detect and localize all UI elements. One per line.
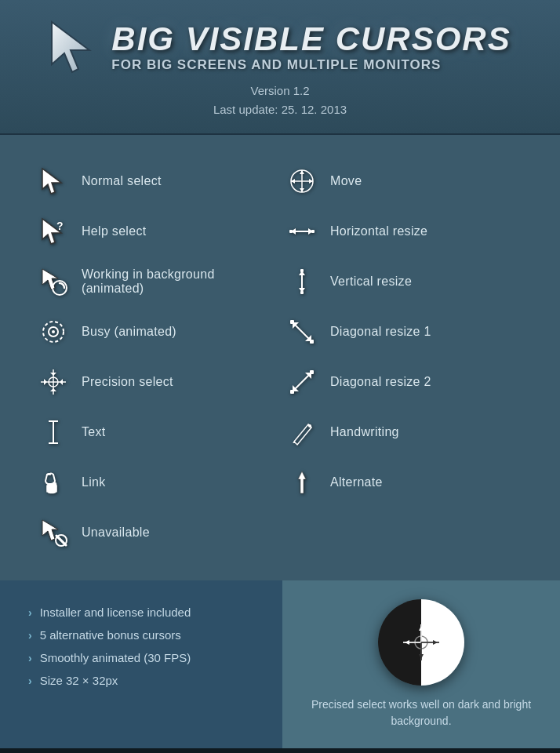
- d-resize-2-icon: [285, 365, 319, 399]
- svg-marker-35: [60, 379, 63, 385]
- features-panel: › Installer and license included › 5 alt…: [0, 580, 282, 748]
- svg-rect-14: [289, 230, 293, 233]
- cursor-grid-empty: [280, 508, 529, 557]
- feature-label-1: 5 alternative bonus cursors: [40, 628, 181, 642]
- busy-icon: [36, 315, 71, 349]
- feature-item-3: › Size 32 × 32px: [28, 674, 259, 687]
- svg-marker-1: [42, 169, 61, 194]
- feature-label-2: Smoothly animated (30 FPS): [40, 651, 191, 664]
- normal-select-icon: [36, 164, 71, 198]
- cursor-item-v-resize: Vertical resize: [280, 257, 529, 306]
- svg-point-25: [52, 330, 55, 333]
- d-resize-1-icon: [285, 315, 319, 349]
- link-label: Link: [82, 475, 106, 489]
- working-bg-icon: [36, 264, 71, 299]
- feature-label-3: Size 32 × 32px: [40, 674, 118, 687]
- link-icon: [36, 465, 71, 500]
- alternate-icon: [285, 465, 319, 500]
- precision-demo-panel: Precised select works well on dark and b…: [282, 580, 560, 748]
- cursor-grid: Normal select Move: [31, 157, 529, 557]
- bottom-section: › Installer and license included › 5 alt…: [0, 580, 560, 748]
- h-resize-icon: [285, 214, 319, 249]
- svg-text:?: ?: [56, 220, 64, 232]
- svg-rect-29: [290, 320, 294, 324]
- svg-rect-42: [290, 390, 294, 394]
- feature-item-2: › Smoothly animated (30 FPS): [28, 651, 259, 664]
- cursor-item-link: Link: [31, 458, 280, 507]
- footer: JB © Copyright Jaroslav Bereza www.berez…: [0, 748, 560, 753]
- handwriting-icon: [285, 415, 319, 449]
- svg-marker-0: [52, 22, 89, 72]
- svg-rect-22: [300, 291, 304, 294]
- version-info: Version 1.2 Last update: 25. 12. 2013: [16, 82, 544, 119]
- cursor-item-precision-select: Precision select: [31, 358, 280, 406]
- cursor-item-d-resize-2: Diagonal resize 2: [280, 358, 529, 406]
- header-cursor-icon: [49, 19, 99, 75]
- svg-marker-16: [42, 269, 58, 289]
- cursor-item-h-resize: Horizontal resize: [280, 207, 529, 256]
- unavailable-label: Unavailable: [82, 526, 150, 540]
- cursor-item-unavailable: Unavailable: [31, 508, 280, 557]
- d-resize-2-label: Diagonal resize 2: [330, 375, 431, 389]
- svg-marker-36: [50, 373, 56, 376]
- cursor-item-text: Text: [31, 408, 280, 457]
- chevron-icon-0: ›: [28, 606, 32, 619]
- svg-marker-56: [419, 654, 424, 659]
- svg-marker-48: [42, 520, 58, 540]
- main-content: Normal select Move: [0, 135, 560, 580]
- unavailable-icon: [36, 515, 71, 550]
- cursor-item-busy: Busy (animated): [31, 307, 280, 356]
- help-select-label: Help select: [82, 224, 146, 238]
- h-resize-label: Horizontal resize: [330, 224, 427, 238]
- working-bg-label: Working in background (animated): [82, 267, 275, 296]
- svg-marker-57: [405, 640, 409, 645]
- header: BIG VISIBLE CURSORS FOR BIG SCREENS AND …: [0, 0, 560, 135]
- chevron-icon-3: ›: [28, 675, 32, 687]
- svg-marker-55: [419, 626, 424, 631]
- svg-marker-34: [44, 379, 47, 385]
- cursor-item-move: Move: [280, 157, 529, 206]
- handwriting-label: Handwriting: [330, 425, 399, 439]
- cursor-item-d-resize-1: Diagonal resize 1: [280, 307, 529, 356]
- page-title: BIG VISIBLE CURSORS: [111, 21, 511, 57]
- text-cursor-icon: [36, 415, 71, 449]
- precision-cursor-demo: [378, 599, 464, 686]
- svg-marker-58: [433, 640, 438, 645]
- svg-rect-30: [310, 340, 314, 344]
- cursor-item-normal-select: Normal select: [31, 157, 280, 206]
- d-resize-1-label: Diagonal resize 1: [330, 325, 431, 339]
- v-resize-label: Vertical resize: [330, 275, 412, 289]
- cursor-item-alternate: Alternate: [280, 458, 529, 507]
- busy-label: Busy (animated): [82, 325, 176, 339]
- alternate-label: Alternate: [330, 475, 383, 489]
- page-subtitle: FOR BIG SCREENS AND MULTIPLE MONITORS: [111, 57, 511, 73]
- feature-item-1: › 5 alternative bonus cursors: [28, 628, 259, 642]
- cursor-item-help-select: ? Help select: [31, 207, 280, 256]
- v-resize-icon: [285, 264, 319, 299]
- feature-item-0: › Installer and license included: [28, 606, 259, 619]
- svg-marker-47: [298, 471, 306, 493]
- precision-caption: Precised select works well on dark and b…: [301, 697, 541, 729]
- svg-rect-15: [311, 230, 315, 233]
- text-label: Text: [82, 425, 106, 439]
- precision-select-label: Precision select: [82, 375, 173, 389]
- move-label: Move: [330, 174, 362, 188]
- feature-label-0: Installer and license included: [40, 606, 191, 619]
- move-icon: [285, 164, 319, 198]
- chevron-icon-2: ›: [28, 652, 32, 664]
- chevron-icon-1: ›: [28, 629, 32, 642]
- precision-select-icon: [36, 365, 71, 399]
- precision-demo-icon: [400, 621, 442, 664]
- svg-point-46: [308, 424, 311, 427]
- svg-rect-21: [300, 269, 304, 272]
- svg-rect-41: [310, 370, 314, 374]
- help-select-icon: ?: [36, 214, 71, 249]
- cursor-item-working-bg: Working in background (animated): [31, 257, 280, 306]
- svg-line-51: [57, 537, 65, 544]
- svg-marker-37: [50, 388, 56, 391]
- normal-select-label: Normal select: [82, 174, 162, 188]
- cursor-item-handwriting: Handwriting: [280, 408, 529, 457]
